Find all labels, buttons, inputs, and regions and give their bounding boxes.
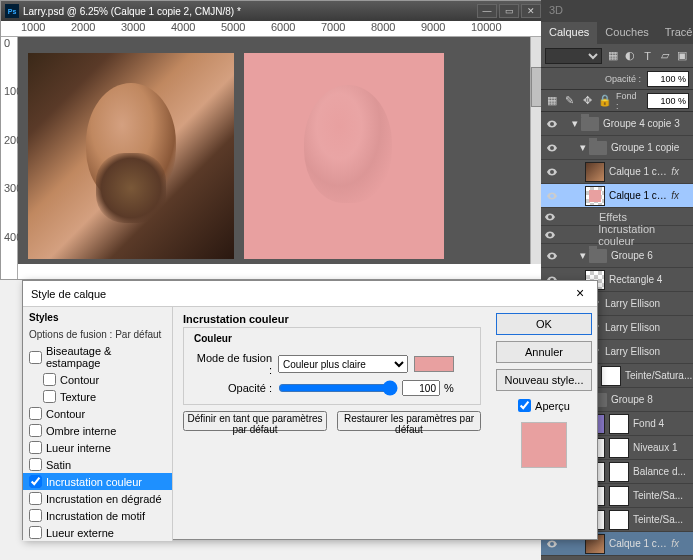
style-checkbox[interactable] [29, 351, 42, 364]
visibility-icon[interactable] [543, 118, 561, 130]
fx-badge[interactable]: fx [671, 538, 679, 549]
style-item-5[interactable]: Lueur interne [23, 439, 172, 456]
layer-name[interactable]: Calque 1 copie 2 [609, 190, 671, 201]
filter-type-icon[interactable]: T [641, 49, 654, 63]
style-checkbox[interactable] [29, 424, 42, 437]
maximize-button[interactable]: ▭ [499, 4, 519, 18]
layer-name[interactable]: Niveaux 1 [633, 442, 693, 453]
close-button[interactable]: ✕ [521, 4, 541, 18]
layer-name[interactable]: Calque 1 copie 3 [609, 166, 671, 177]
layer-name[interactable]: Teinte/Satura... [625, 370, 693, 381]
layer-mask-thumbnail[interactable] [609, 510, 629, 530]
layer-row[interactable]: ▾Groupe 6 [541, 244, 693, 268]
style-item-1[interactable]: Contour [23, 371, 172, 388]
blending-options-row[interactable]: Options de fusion : Par défaut [23, 326, 172, 343]
style-item-4[interactable]: Ombre interne [23, 422, 172, 439]
restore-default-button[interactable]: Restaurer les paramètres par défaut [337, 411, 481, 431]
layer-mask-thumbnail[interactable] [609, 414, 629, 434]
layer-mask-thumbnail[interactable] [609, 486, 629, 506]
layer-name[interactable]: Rectangle 4 [609, 274, 693, 285]
layer-name[interactable]: Larry Ellison [605, 322, 693, 333]
style-checkbox[interactable] [29, 492, 42, 505]
effect-row[interactable]: Effets [541, 556, 693, 560]
layer-name[interactable]: Teinte/Sa... [633, 514, 693, 525]
style-item-8[interactable]: Incrustation en dégradé [23, 490, 172, 507]
lock-paint-icon[interactable]: ✎ [563, 94, 577, 108]
layer-thumbnail[interactable] [585, 162, 605, 182]
preview-checkbox[interactable] [518, 399, 531, 412]
style-item-9[interactable]: Incrustation de motif [23, 507, 172, 524]
style-item-3[interactable]: Contour [23, 405, 172, 422]
set-default-button[interactable]: Définir en tant que paramètres par défau… [183, 411, 327, 431]
style-item-7[interactable]: Incrustation couleur [23, 473, 172, 490]
style-checkbox[interactable] [29, 475, 42, 488]
style-item-0[interactable]: Biseautage & estampage [23, 343, 172, 371]
visibility-icon[interactable] [541, 211, 559, 223]
layer-name[interactable]: Teinte/Sa... [633, 490, 693, 501]
layer-name[interactable]: Groupe 6 [611, 250, 693, 261]
visibility-icon[interactable] [543, 166, 561, 178]
layer-name[interactable]: Groupe 1 copie [611, 142, 693, 153]
style-checkbox[interactable] [29, 509, 42, 522]
filter-smart-icon[interactable]: ▣ [676, 49, 689, 63]
visibility-icon[interactable] [543, 142, 561, 154]
layer-name[interactable]: Larry Ellison [605, 298, 693, 309]
new-style-button[interactable]: Nouveau style... [496, 369, 592, 391]
visibility-icon[interactable] [543, 250, 561, 262]
layer-name[interactable]: Groupe 4 copie 3 [603, 118, 693, 129]
tab-calques[interactable]: Calques [541, 22, 597, 44]
style-item-6[interactable]: Satin [23, 456, 172, 473]
cancel-button[interactable]: Annuler [496, 341, 592, 363]
style-checkbox[interactable] [29, 458, 42, 471]
fx-badge[interactable]: fx [671, 190, 679, 201]
style-checkbox[interactable] [43, 390, 56, 403]
layer-name[interactable]: Balance d... [633, 466, 693, 477]
layer-name[interactable]: Larry Ellison [605, 346, 693, 357]
layer-name[interactable]: Calque 1 copie [609, 538, 671, 549]
expand-toggle-icon[interactable]: ▾ [577, 141, 589, 154]
layer-row[interactable]: Calque 1 copie 3fx [541, 160, 693, 184]
lock-move-icon[interactable]: ✥ [580, 94, 594, 108]
layer-mask-thumbnail[interactable] [609, 462, 629, 482]
style-checkbox[interactable] [29, 526, 42, 539]
layer-thumbnail[interactable] [585, 186, 605, 206]
document-titlebar[interactable]: Ps Larry.psd @ 6.25% (Calque 1 copie 2, … [1, 1, 545, 21]
opacity-input[interactable] [647, 71, 689, 87]
preview-toggle[interactable]: Aperçu [518, 399, 570, 412]
layer-name[interactable]: Fond 4 [633, 418, 693, 429]
close-icon[interactable]: × [571, 285, 589, 303]
ok-button[interactable]: OK [496, 313, 592, 335]
dialog-titlebar[interactable]: Style de calque × [23, 281, 597, 307]
blend-mode-select[interactable]: Couleur plus claire [278, 355, 408, 373]
tab-3d[interactable]: 3D [541, 0, 571, 22]
filter-shape-icon[interactable]: ▱ [658, 49, 671, 63]
visibility-icon[interactable] [541, 229, 559, 241]
lock-all-icon[interactable]: 🔒 [598, 94, 612, 108]
filter-adjust-icon[interactable]: ◐ [624, 49, 637, 63]
lock-transparency-icon[interactable]: ▦ [545, 94, 559, 108]
filter-pixel-icon[interactable]: ▦ [606, 49, 619, 63]
layer-name[interactable]: Groupe 8 [611, 394, 693, 405]
layer-row[interactable]: ▾Groupe 1 copie [541, 136, 693, 160]
layer-row[interactable]: ▾Groupe 4 copie 3 [541, 112, 693, 136]
style-checkbox[interactable] [43, 373, 56, 386]
minimize-button[interactable]: — [477, 4, 497, 18]
layer-mask-thumbnail[interactable] [601, 366, 621, 386]
layer-filter-select[interactable] [545, 48, 602, 64]
effect-row[interactable]: Incrustation couleur [541, 226, 693, 244]
fx-badge[interactable]: fx [671, 166, 679, 177]
layer-row[interactable]: Calque 1 copie 2fx [541, 184, 693, 208]
fill-input[interactable] [647, 93, 689, 109]
tab-tracés[interactable]: Tracés [657, 22, 693, 44]
expand-toggle-icon[interactable]: ▾ [577, 249, 589, 262]
canvas-area[interactable] [18, 37, 530, 264]
expand-toggle-icon[interactable]: ▾ [569, 117, 581, 130]
style-item-10[interactable]: Lueur externe [23, 524, 172, 541]
style-checkbox[interactable] [29, 441, 42, 454]
style-checkbox[interactable] [29, 407, 42, 420]
tab-couches[interactable]: Couches [597, 22, 656, 44]
opacity-slider[interactable] [278, 380, 398, 396]
color-swatch[interactable] [414, 356, 454, 372]
style-item-2[interactable]: Texture [23, 388, 172, 405]
layer-mask-thumbnail[interactable] [609, 438, 629, 458]
